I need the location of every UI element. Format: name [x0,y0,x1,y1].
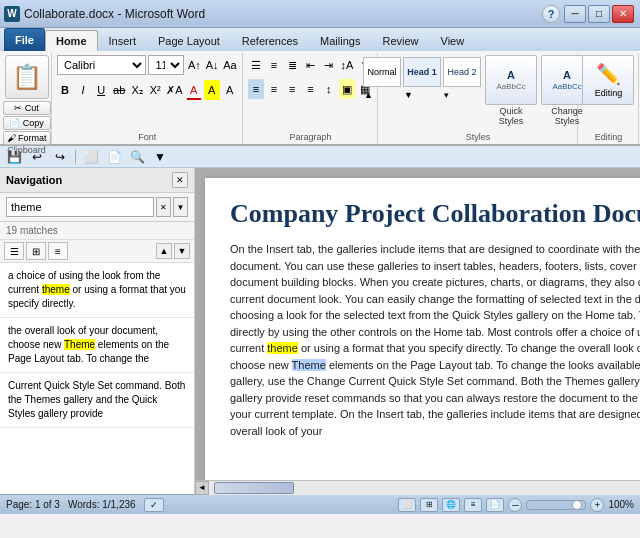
numbering-button[interactable]: ≡ [266,55,282,75]
copy-button[interactable]: 📄 Copy [3,116,51,130]
cut-button[interactable]: ✂ Cut [3,101,51,115]
nav-result-1[interactable]: a choice of using the look from the curr… [0,263,194,318]
ribbon-tabs: File Home Insert Page Layout References … [0,28,640,51]
style-heading1[interactable]: Head 1 [403,57,441,87]
superscript-button[interactable]: X² [147,80,163,100]
style-heading2[interactable]: Head 2 [443,57,481,87]
font-name-row: Calibri 11 A↑ A↓ Aa [57,55,238,75]
tab-view[interactable]: View [430,30,476,51]
nav-result-2[interactable]: the overall look of your document, choos… [0,318,194,373]
h-scroll-track[interactable] [209,481,640,495]
italic-button[interactable]: I [75,80,91,100]
qa-save-button[interactable]: 💾 [4,148,24,166]
underline-button[interactable]: U [93,80,109,100]
help-button[interactable]: ? [542,5,560,23]
spelling-button[interactable]: ✓ [144,498,164,512]
nav-view-headings[interactable]: ☰ [4,242,24,260]
document-area: Company Project Collaboration Document O… [195,168,640,494]
tab-insert[interactable]: Insert [98,30,148,51]
nav-result-3[interactable]: Current Quick Style Set command. Both th… [0,373,194,428]
strikethrough-button[interactable]: ab [111,80,127,100]
align-right-button[interactable]: ≡ [284,79,300,99]
h-scroll-thumb[interactable] [214,482,294,494]
editing-group: ✏️ Editing Editing [579,53,639,144]
nav-close-button[interactable]: ✕ [172,172,188,188]
qa-dropdown[interactable]: ▼ [150,148,170,166]
grow-font-button[interactable]: A↑ [186,55,202,75]
outline-button[interactable]: ≡ [464,498,482,512]
nav-results: a choice of using the look from the curr… [0,263,194,494]
doc-body: On the Insert tab, the galleries include… [230,241,640,439]
qa-button-5[interactable]: 📄 [104,148,124,166]
font-color-button[interactable]: A [222,80,238,100]
nav-search-input[interactable] [6,197,154,217]
clipboard-content: 📋 ✂ Cut 📄 Copy 🖌 Format [3,55,51,145]
bullets-button[interactable]: ☰ [248,55,264,75]
draft-button[interactable]: 📄 [486,498,504,512]
style-normal[interactable]: Normal [363,57,401,87]
print-layout-button[interactable]: ⬜ [398,498,416,512]
align-left-button[interactable]: ≡ [248,79,264,99]
nav-next-button[interactable]: ▼ [174,243,190,259]
nav-arrows: ▲ ▼ [156,243,190,259]
clear-format-button[interactable]: ✗A [165,80,183,100]
style-nav-more[interactable]: ▾ [443,89,481,111]
justify-button[interactable]: ≡ [302,79,318,99]
zoom-minus-button[interactable]: ─ [508,498,522,512]
align-center-button[interactable]: ≡ [266,79,282,99]
tab-page-layout[interactable]: Page Layout [147,30,231,51]
font-name-select[interactable]: Calibri [57,55,146,75]
minimize-button[interactable]: ─ [564,5,586,23]
nav-search-clear[interactable]: ✕ [156,197,171,217]
nav-search-dropdown[interactable]: ▼ [173,197,188,217]
decrease-indent-button[interactable]: ⇤ [302,55,318,75]
doc-scroll[interactable]: Company Project Collaboration Document O… [195,168,640,480]
tab-review[interactable]: Review [371,30,429,51]
h-scroll-left-button[interactable]: ◄ [195,481,209,495]
full-screen-button[interactable]: ⊞ [420,498,438,512]
title-bar: W Collaborate.docx - Microsoft Word ? ─ … [0,0,640,28]
text-color-button[interactable]: A [186,80,202,100]
shrink-font-button[interactable]: A↓ [204,55,220,75]
change-case-button[interactable]: Aa [222,55,238,75]
style-nav-up[interactable]: ▲ [363,89,401,111]
paste-small-buttons: ✂ Cut 📄 Copy 🖌 Format [3,101,51,145]
close-button[interactable]: ✕ [612,5,634,23]
qa-redo-button[interactable]: ↪ [50,148,70,166]
qa-undo-button[interactable]: ↩ [27,148,47,166]
zoom-plus-button[interactable]: + [590,498,604,512]
paste-button[interactable]: 📋 [5,55,49,99]
sort-button[interactable]: ↕A [339,55,355,75]
quick-styles-button[interactable]: A AaBbCc [485,55,537,105]
styles-label: Styles [383,132,573,144]
tab-file[interactable]: File [4,28,45,51]
format-painter-button[interactable]: 🖌 Format [3,131,51,145]
qs-cs-container: A AaBbCc QuickStyles A AaBbCc ChangeStyl… [485,55,593,126]
bold-button[interactable]: B [57,80,73,100]
word-icon: W [4,6,20,22]
web-layout-button[interactable]: 🌐 [442,498,460,512]
subscript-button[interactable]: X₂ [129,80,145,100]
line-spacing-button[interactable]: ↕ [321,79,337,99]
qa-button-6[interactable]: 🔍 [127,148,147,166]
font-group: Calibri 11 A↑ A↓ Aa B I U ab X₂ X² ✗A A … [53,53,243,144]
nav-view-pages[interactable]: ⊞ [26,242,46,260]
editing-button[interactable]: ✏️ Editing [582,55,634,105]
nav-prev-button[interactable]: ▲ [156,243,172,259]
highlight-button[interactable]: A [204,80,220,100]
font-size-select[interactable]: 11 [148,55,184,75]
shading-button[interactable]: ▣ [339,79,355,99]
multilevel-button[interactable]: ≣ [284,55,300,75]
tab-mailings[interactable]: Mailings [309,30,371,51]
words-info: Words: 1/1,236 [68,499,136,510]
maximize-button[interactable]: □ [588,5,610,23]
zoom-slider[interactable] [526,500,586,510]
nav-view-results[interactable]: ≡ [48,242,68,260]
style-nav-down[interactable]: ▼ [403,89,441,111]
list-row: ☰ ≡ ≣ ⇤ ⇥ ↕A ¶ [248,55,373,75]
paragraph-content: ☰ ≡ ≣ ⇤ ⇥ ↕A ¶ ≡ ≡ ≡ ≡ ↕ ▣ ▦ [248,55,373,132]
increase-indent-button[interactable]: ⇥ [321,55,337,75]
qa-button-4[interactable]: ⬜ [81,148,101,166]
tab-home[interactable]: Home [45,30,98,51]
tab-references[interactable]: References [231,30,309,51]
